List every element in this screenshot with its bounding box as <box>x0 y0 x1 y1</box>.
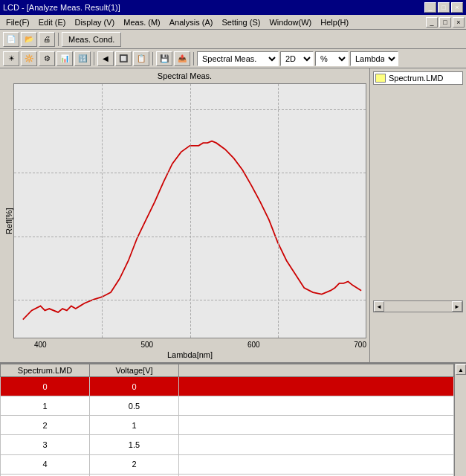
table-cell-col1: 4 <box>1 454 90 474</box>
title-bar: LCD - [Analyze Meas. Result(1)] _ □ × <box>0 0 466 15</box>
toolbar-btn1[interactable]: ☀ <box>3 51 19 66</box>
data-table: Spectrum.LMD Voltage[V] 0010.52131.54252… <box>0 364 454 476</box>
toolbar-btn2[interactable]: 🔆 <box>21 51 37 66</box>
chart-area: Spectral Meas. Refl[%] 30 20 10 0 <box>0 68 369 362</box>
print-button[interactable]: 🖨 <box>39 32 55 47</box>
table-row[interactable]: 10.5 <box>1 396 454 416</box>
toolbar1: 📄 📂 🖨 Meas. Cond. <box>0 30 466 49</box>
table-row[interactable]: 00 <box>1 377 454 396</box>
menu-setting[interactable]: Setting (S) <box>217 16 265 28</box>
inner-close-button[interactable]: × <box>453 17 465 28</box>
toolbar-btn5[interactable]: 🔢 <box>74 51 91 66</box>
table-cell-col1: 3 <box>1 435 90 454</box>
chart-container: Refl[%] 30 20 10 0 <box>3 83 366 359</box>
new-button[interactable]: 📄 <box>3 32 19 47</box>
table-cell-col3 <box>179 396 454 416</box>
minimize-button[interactable]: _ <box>424 2 436 13</box>
main-content: Spectral Meas. Refl[%] 30 20 10 0 <box>0 68 466 362</box>
table-row[interactable]: 21 <box>1 416 454 435</box>
table-cell-col2: 0 <box>90 377 179 396</box>
scroll-up-arrow[interactable]: ▲ <box>456 364 466 375</box>
right-panel: Spectrum.LMD ◄ ► <box>369 68 466 362</box>
separator2 <box>94 52 94 65</box>
x-axis-labels: 400 500 600 700 <box>13 341 366 349</box>
table-cell-col1: 0 <box>1 377 90 396</box>
table-cell-col1: 2 <box>1 416 90 435</box>
toolbar-btn9[interactable]: 💾 <box>156 51 172 66</box>
menu-file[interactable]: File(F) <box>1 16 34 28</box>
unit-dropdown[interactable]: % <box>315 51 349 66</box>
table-cell-col3 <box>179 416 454 435</box>
x-tick-700: 700 <box>354 341 366 349</box>
axis-dropdown[interactable]: Lambda <box>350 51 398 66</box>
file-label: Spectrum.LMD <box>389 74 443 83</box>
title-bar-text: LCD - [Analyze Meas. Result(1)] <box>3 3 120 12</box>
right-panel-scrollbar-h[interactable]: ◄ ► <box>373 300 463 312</box>
menu-display[interactable]: Display (V) <box>70 16 119 28</box>
table-row[interactable]: 42 <box>1 454 454 474</box>
meas-cond-button[interactable]: Meas. Cond. <box>62 32 121 47</box>
toolbar2: ☀ 🔆 ⚙ 📊 🔢 ◀ 🔲 📋 💾 📤 Spectral Meas. 2D % … <box>0 49 466 68</box>
table-row[interactable]: 31.5 <box>1 435 454 454</box>
inner-maximize-button[interactable]: □ <box>439 17 451 28</box>
toolbar-btn3[interactable]: ⚙ <box>39 51 55 66</box>
menu-meas[interactable]: Meas. (M) <box>119 16 165 28</box>
x-tick-500: 500 <box>140 341 153 349</box>
toolbar-btn7[interactable]: 🔲 <box>115 51 132 66</box>
inner-minimize-button[interactable]: _ <box>426 17 438 28</box>
toolbar-btn10[interactable]: 📤 <box>174 51 190 66</box>
table-header-col2: Voltage[V] <box>90 364 179 377</box>
table-cell-col2: 1 <box>90 416 179 435</box>
grid-v-2 <box>190 84 191 338</box>
separator1 <box>58 33 59 46</box>
scroll-track-v[interactable] <box>455 376 466 476</box>
menu-window[interactable]: Window(W) <box>265 16 316 28</box>
table-cell-col3 <box>179 377 454 396</box>
x-axis-label: Lambda[nm] <box>13 350 366 359</box>
dim-dropdown[interactable]: 2D <box>280 51 314 66</box>
table-header-col1: Spectrum.LMD <box>1 364 90 377</box>
table-cell-col3 <box>179 454 454 474</box>
type-dropdown[interactable]: Spectral Meas. <box>197 51 279 66</box>
title-bar-controls: _ □ × <box>424 2 463 13</box>
chart-title: Spectral Meas. <box>3 71 366 80</box>
y-axis-label: Refl[%] <box>3 83 13 359</box>
toolbar-btn6[interactable]: ◀ <box>97 51 114 66</box>
close-button[interactable]: × <box>451 2 463 13</box>
separator3 <box>152 52 153 65</box>
scroll-track-h[interactable] <box>384 301 452 312</box>
open-button[interactable]: 📂 <box>21 32 37 47</box>
maximize-button[interactable]: □ <box>438 2 450 13</box>
table-cell-col1: 1 <box>1 396 90 416</box>
menu-help[interactable]: Help(H) <box>316 16 353 28</box>
menu-edit[interactable]: Edit (E) <box>34 16 71 28</box>
scroll-right-arrow[interactable]: ► <box>452 301 462 312</box>
toolbar-btn8[interactable]: 📋 <box>133 51 149 66</box>
table-scrollbar: ▲ ▼ <box>454 364 466 476</box>
toolbar-btn4[interactable]: 📊 <box>56 51 73 66</box>
separator4 <box>193 52 194 65</box>
grid-v-1 <box>102 84 103 338</box>
grid-v-3 <box>278 84 279 338</box>
file-icon <box>375 74 386 83</box>
chart-with-xaxis: 30 20 10 0 <box>13 83 366 359</box>
data-table-area: Spectrum.LMD Voltage[V] 0010.52131.54252… <box>0 362 466 476</box>
file-item[interactable]: Spectrum.LMD <box>373 71 463 85</box>
scroll-left-arrow[interactable]: ◄ <box>374 301 384 312</box>
table-header-col3 <box>179 364 454 377</box>
x-tick-400: 400 <box>34 341 47 349</box>
menu-bar: File(F) Edit (E) Display (V) Meas. (M) A… <box>0 15 466 30</box>
menu-analysis[interactable]: Analysis (A) <box>165 16 218 28</box>
chart-plot[interactable]: 30 20 10 0 <box>13 83 366 338</box>
table-cell-col2: 0.5 <box>90 396 179 416</box>
table-cell-col2: 1.5 <box>90 435 179 454</box>
table-cell-col3 <box>179 435 454 454</box>
table-cell-col2: 2 <box>90 454 179 474</box>
x-tick-600: 600 <box>247 341 260 349</box>
